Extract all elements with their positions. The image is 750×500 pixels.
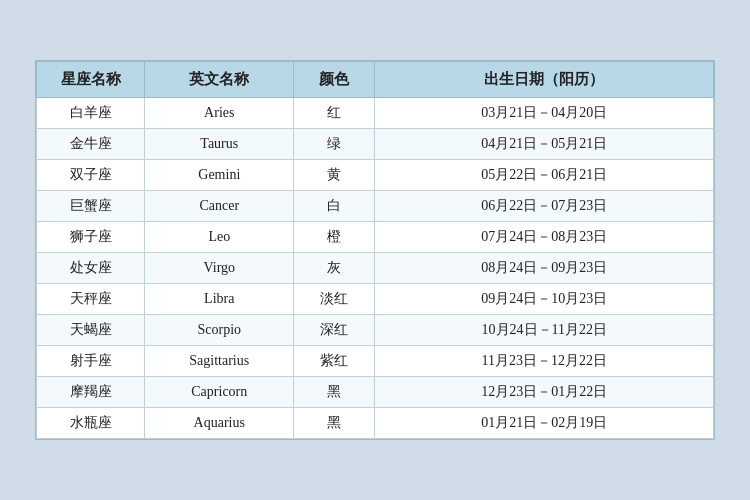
cell-date: 01月21日－02月19日 <box>375 408 714 439</box>
zodiac-table-container: 星座名称 英文名称 颜色 出生日期（阳历） 白羊座Aries红03月21日－04… <box>35 60 715 440</box>
table-row: 处女座Virgo灰08月24日－09月23日 <box>37 253 714 284</box>
cell-english: Libra <box>145 284 294 315</box>
header-english-name: 英文名称 <box>145 62 294 98</box>
cell-english: Scorpio <box>145 315 294 346</box>
cell-date: 05月22日－06月21日 <box>375 160 714 191</box>
cell-english: Taurus <box>145 129 294 160</box>
cell-date: 12月23日－01月22日 <box>375 377 714 408</box>
table-row: 天秤座Libra淡红09月24日－10月23日 <box>37 284 714 315</box>
cell-date: 10月24日－11月22日 <box>375 315 714 346</box>
table-header-row: 星座名称 英文名称 颜色 出生日期（阳历） <box>37 62 714 98</box>
cell-english: Virgo <box>145 253 294 284</box>
cell-date: 07月24日－08月23日 <box>375 222 714 253</box>
cell-english: Aries <box>145 98 294 129</box>
zodiac-table: 星座名称 英文名称 颜色 出生日期（阳历） 白羊座Aries红03月21日－04… <box>36 61 714 439</box>
cell-date: 11月23日－12月22日 <box>375 346 714 377</box>
table-row: 巨蟹座Cancer白06月22日－07月23日 <box>37 191 714 222</box>
cell-color: 灰 <box>294 253 375 284</box>
cell-zodiac: 射手座 <box>37 346 145 377</box>
cell-color: 黑 <box>294 377 375 408</box>
cell-color: 淡红 <box>294 284 375 315</box>
header-color: 颜色 <box>294 62 375 98</box>
cell-color: 红 <box>294 98 375 129</box>
table-row: 狮子座Leo橙07月24日－08月23日 <box>37 222 714 253</box>
cell-zodiac: 处女座 <box>37 253 145 284</box>
cell-zodiac: 巨蟹座 <box>37 191 145 222</box>
cell-color: 黄 <box>294 160 375 191</box>
cell-english: Cancer <box>145 191 294 222</box>
cell-english: Capricorn <box>145 377 294 408</box>
cell-color: 黑 <box>294 408 375 439</box>
cell-color: 白 <box>294 191 375 222</box>
cell-english: Leo <box>145 222 294 253</box>
cell-date: 06月22日－07月23日 <box>375 191 714 222</box>
cell-zodiac: 金牛座 <box>37 129 145 160</box>
table-row: 天蝎座Scorpio深红10月24日－11月22日 <box>37 315 714 346</box>
cell-color: 紫红 <box>294 346 375 377</box>
cell-zodiac: 狮子座 <box>37 222 145 253</box>
header-birthdate: 出生日期（阳历） <box>375 62 714 98</box>
table-row: 水瓶座Aquarius黑01月21日－02月19日 <box>37 408 714 439</box>
cell-english: Sagittarius <box>145 346 294 377</box>
table-row: 射手座Sagittarius紫红11月23日－12月22日 <box>37 346 714 377</box>
cell-color: 橙 <box>294 222 375 253</box>
cell-color: 绿 <box>294 129 375 160</box>
table-row: 金牛座Taurus绿04月21日－05月21日 <box>37 129 714 160</box>
cell-date: 09月24日－10月23日 <box>375 284 714 315</box>
cell-zodiac: 双子座 <box>37 160 145 191</box>
table-row: 双子座Gemini黄05月22日－06月21日 <box>37 160 714 191</box>
cell-date: 08月24日－09月23日 <box>375 253 714 284</box>
cell-english: Gemini <box>145 160 294 191</box>
cell-zodiac: 水瓶座 <box>37 408 145 439</box>
cell-zodiac: 天蝎座 <box>37 315 145 346</box>
table-row: 白羊座Aries红03月21日－04月20日 <box>37 98 714 129</box>
cell-english: Aquarius <box>145 408 294 439</box>
table-row: 摩羯座Capricorn黑12月23日－01月22日 <box>37 377 714 408</box>
header-zodiac-name: 星座名称 <box>37 62 145 98</box>
cell-date: 04月21日－05月21日 <box>375 129 714 160</box>
cell-zodiac: 白羊座 <box>37 98 145 129</box>
cell-zodiac: 摩羯座 <box>37 377 145 408</box>
cell-date: 03月21日－04月20日 <box>375 98 714 129</box>
cell-color: 深红 <box>294 315 375 346</box>
cell-zodiac: 天秤座 <box>37 284 145 315</box>
